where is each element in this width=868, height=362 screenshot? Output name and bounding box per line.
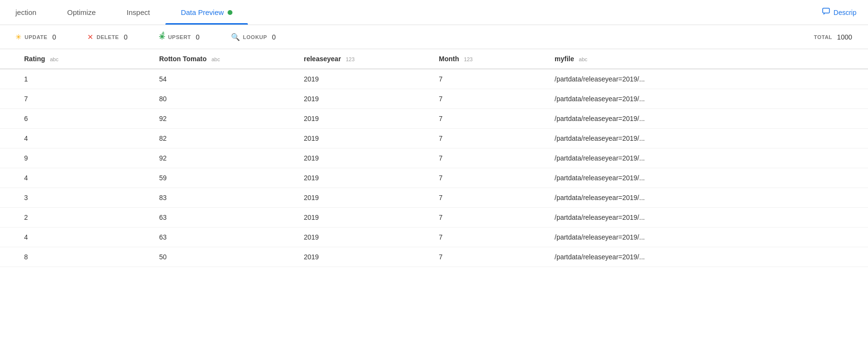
cell-year: 2019 — [280, 89, 415, 109]
cell-year: 2019 — [280, 208, 415, 228]
tab-bar: jection Optimize Inspect Data Preview De… — [0, 0, 868, 25]
cell-myfile: /partdata/releaseyear=2019/... — [530, 188, 868, 208]
cell-rating: 6 — [0, 109, 135, 129]
data-table-container: Rating abc Rotton Tomato abc releaseyear… — [0, 49, 868, 267]
table-row: 26320197/partdata/releaseyear=2019/... — [0, 208, 868, 228]
cell-rating: 3 — [0, 188, 135, 208]
cell-rating: 2 — [0, 208, 135, 228]
tab-data-preview[interactable]: Data Preview — [165, 0, 248, 25]
cell-myfile: /partdata/releaseyear=2019/... — [530, 89, 868, 109]
cell-tomato: 92 — [135, 148, 280, 168]
cell-tomato: 63 — [135, 228, 280, 247]
table-row: 99220197/partdata/releaseyear=2019/... — [0, 148, 868, 168]
cell-year: 2019 — [280, 148, 415, 168]
cell-month: 7 — [415, 148, 530, 168]
table-row: 78020197/partdata/releaseyear=2019/... — [0, 89, 868, 109]
col-header-tomato[interactable]: Rotton Tomato abc — [135, 49, 280, 69]
comment-icon — [822, 8, 831, 17]
cell-tomato: 80 — [135, 89, 280, 109]
cell-tomato: 54 — [135, 69, 280, 89]
cell-month: 7 — [415, 188, 530, 208]
stat-total: TOTAL 1000 — [799, 33, 868, 41]
cell-tomato: 50 — [135, 247, 280, 267]
cell-myfile: /partdata/releaseyear=2019/... — [530, 109, 868, 129]
cell-month: 7 — [415, 69, 530, 89]
tab-optimize[interactable]: Optimize — [52, 0, 111, 25]
table-row: 15420197/partdata/releaseyear=2019/... — [0, 69, 868, 89]
cell-month: 7 — [415, 168, 530, 188]
cell-rating: 7 — [0, 89, 135, 109]
upsert-icon: +✳ — [159, 32, 165, 41]
cell-tomato: 82 — [135, 129, 280, 148]
cell-year: 2019 — [280, 109, 415, 129]
svg-rect-0 — [823, 8, 829, 13]
table-row: 46320197/partdata/releaseyear=2019/... — [0, 228, 868, 247]
stat-upsert: +✳ UPSERT 0 — [143, 32, 215, 41]
cell-month: 7 — [415, 109, 530, 129]
cell-year: 2019 — [280, 247, 415, 267]
lookup-icon: 🔍 — [231, 33, 240, 41]
cell-rating: 4 — [0, 129, 135, 148]
stat-delete: ✕ DELETE 0 — [72, 33, 143, 41]
update-icon: ✳ — [15, 33, 22, 41]
data-table: Rating abc Rotton Tomato abc releaseyear… — [0, 49, 868, 267]
cell-tomato: 83 — [135, 188, 280, 208]
table-row: 48220197/partdata/releaseyear=2019/... — [0, 129, 868, 148]
description-link[interactable]: Descrip — [822, 8, 868, 17]
active-indicator — [228, 10, 232, 15]
cell-tomato: 59 — [135, 168, 280, 188]
table-header-row: Rating abc Rotton Tomato abc releaseyear… — [0, 49, 868, 69]
table-row: 69220197/partdata/releaseyear=2019/... — [0, 109, 868, 129]
stat-lookup: 🔍 LOOKUP 0 — [216, 33, 292, 41]
col-header-year[interactable]: releaseyear 123 — [280, 49, 415, 69]
col-header-month[interactable]: Month 123 — [415, 49, 530, 69]
delete-icon: ✕ — [87, 33, 94, 41]
cell-year: 2019 — [280, 188, 415, 208]
cell-rating: 4 — [0, 168, 135, 188]
cell-rating: 9 — [0, 148, 135, 168]
cell-rating: 1 — [0, 69, 135, 89]
tab-injection[interactable]: jection — [0, 0, 52, 25]
cell-month: 7 — [415, 228, 530, 247]
cell-myfile: /partdata/releaseyear=2019/... — [530, 148, 868, 168]
stat-update: ✳ UPDATE 0 — [0, 33, 72, 41]
cell-tomato: 63 — [135, 208, 280, 228]
cell-rating: 8 — [0, 247, 135, 267]
cell-month: 7 — [415, 208, 530, 228]
cell-year: 2019 — [280, 228, 415, 247]
cell-myfile: /partdata/releaseyear=2019/... — [530, 168, 868, 188]
table-row: 85020197/partdata/releaseyear=2019/... — [0, 247, 868, 267]
cell-myfile: /partdata/releaseyear=2019/... — [530, 208, 868, 228]
col-header-myfile[interactable]: myfile abc — [530, 49, 868, 69]
tab-inspect[interactable]: Inspect — [111, 0, 165, 25]
cell-month: 7 — [415, 89, 530, 109]
cell-month: 7 — [415, 247, 530, 267]
cell-myfile: /partdata/releaseyear=2019/... — [530, 69, 868, 89]
table-row: 45920197/partdata/releaseyear=2019/... — [0, 168, 868, 188]
cell-myfile: /partdata/releaseyear=2019/... — [530, 129, 868, 148]
cell-myfile: /partdata/releaseyear=2019/... — [530, 247, 868, 267]
cell-tomato: 92 — [135, 109, 280, 129]
col-header-rating[interactable]: Rating abc — [0, 49, 135, 69]
cell-year: 2019 — [280, 69, 415, 89]
cell-year: 2019 — [280, 129, 415, 148]
cell-month: 7 — [415, 129, 530, 148]
cell-year: 2019 — [280, 168, 415, 188]
cell-rating: 4 — [0, 228, 135, 247]
stats-bar: ✳ UPDATE 0 ✕ DELETE 0 +✳ UPSERT 0 🔍 LOOK… — [0, 25, 868, 49]
table-row: 38320197/partdata/releaseyear=2019/... — [0, 188, 868, 208]
cell-myfile: /partdata/releaseyear=2019/... — [530, 228, 868, 247]
